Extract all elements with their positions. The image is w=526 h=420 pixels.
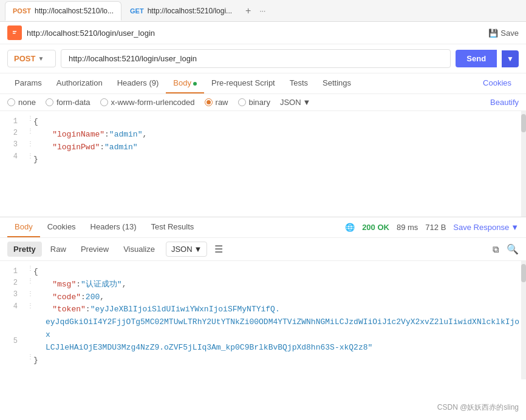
save-icon: 💾	[488, 29, 498, 38]
postman-icon	[7, 25, 22, 40]
response-line-numbers: 1 2 3 4 5	[0, 261, 21, 379]
tab-more-button[interactable]: ···	[259, 7, 265, 15]
code-line-1: ⋮ {	[27, 116, 520, 129]
format-tab-preview[interactable]: Preview	[75, 242, 115, 257]
json-format-label: JSON	[280, 98, 301, 107]
globe-icon: 🌐	[345, 223, 355, 232]
method-chevron-icon: ▼	[38, 55, 44, 62]
resp-line-4a: ⋮ "token": "eyJJeXBlIjoiSldUIiwiYWxnIjoi…	[27, 303, 520, 316]
request-code-content[interactable]: ⋮ { ⋮ "loginName":"admin", ⋮ "loginPwd":…	[21, 111, 526, 217]
radio-binary-circle	[238, 98, 246, 106]
radio-raw-label: raw	[216, 98, 228, 107]
code-line-3: ⋮ "loginPwd":"admin"	[27, 141, 520, 154]
radio-raw-circle	[205, 98, 213, 106]
radio-urlencoded-label: x-www-form-urlencoded	[111, 98, 195, 107]
watermark: CSDN @妖妖西赤的sling	[437, 402, 519, 413]
code-line-4: ⋮ }	[27, 154, 520, 166]
request-editor[interactable]: 1 2 3 4 ⋮ { ⋮ "loginName":"admin", ⋮ "lo…	[0, 111, 526, 217]
radio-raw[interactable]: raw	[205, 98, 228, 107]
tab-bar: POST http://localhost:5210/lo... GET htt…	[0, 0, 526, 22]
body-dot	[193, 82, 197, 86]
search-icon[interactable]: 🔍	[507, 243, 519, 255]
tab-body[interactable]: Body	[166, 73, 204, 93]
format-tabs: Pretty Raw Preview Visualize JSON ▼ ☰ ⧉ …	[0, 238, 526, 261]
response-tab-test-results[interactable]: Test Results	[143, 217, 201, 237]
resp-line-1: ⋮ {	[27, 266, 520, 279]
filter-icon[interactable]: ☰	[214, 243, 223, 255]
response-format-label: JSON	[171, 245, 193, 254]
radio-form-data[interactable]: form-data	[46, 98, 91, 107]
response-size: 712 B	[425, 223, 446, 232]
tab-post[interactable]: POST http://localhost:5210/lo...	[5, 1, 121, 21]
address-bar-row: http://localhost:5210/login/user_login 💾…	[0, 22, 526, 44]
format-tab-pretty[interactable]: Pretty	[7, 242, 42, 257]
status-badge: 200 OK	[362, 223, 389, 232]
method-badge-post: POST	[13, 7, 31, 15]
resp-line-4c: LCJleHAiOjE3MDU3Mzg4NzZ9.oZVF5jLIq3Am_kp…	[27, 342, 520, 354]
tab-headers[interactable]: Headers (9)	[110, 73, 166, 93]
save-label: Save	[500, 29, 519, 38]
tab-settings[interactable]: Settings	[315, 73, 358, 93]
request-line-numbers: 1 2 3 4	[0, 111, 21, 217]
json-format-chevron-icon: ▼	[303, 98, 311, 107]
resp-line-4b: eyJqdGkiOiI4Y2FjjOTg5MC02MTUwLTRhY2UtYTN…	[27, 316, 520, 342]
resp-line-5: ⋮ }	[27, 354, 520, 367]
save-button[interactable]: 💾 Save	[488, 29, 519, 38]
body-options: none form-data x-www-form-urlencoded raw…	[0, 94, 526, 111]
radio-none[interactable]: none	[7, 98, 36, 107]
request-bar: POST ▼ Send ▼	[0, 44, 526, 73]
response-format-select[interactable]: JSON ▼	[166, 242, 208, 257]
tab-tests[interactable]: Tests	[282, 73, 315, 93]
save-response-chevron-icon: ▼	[511, 223, 519, 232]
response-tab-headers[interactable]: Headers (13)	[83, 217, 144, 237]
radio-none-label: none	[18, 98, 36, 107]
radio-urlencoded[interactable]: x-www-form-urlencoded	[100, 98, 195, 107]
save-response-label: Save Response	[453, 223, 509, 232]
new-tab-button[interactable]: +	[241, 3, 256, 19]
resp-line-3: ⋮ "code": 200,	[27, 291, 520, 304]
response-scrollbar-thumb	[521, 264, 526, 282]
radio-form-data-circle	[46, 98, 53, 106]
address-url: http://localhost:5210/login/user_login	[27, 29, 483, 38]
beautify-button[interactable]: Beautify	[490, 98, 519, 107]
radio-none-circle	[7, 98, 15, 106]
format-tab-visualize[interactable]: Visualize	[117, 242, 161, 257]
send-dropdown-button[interactable]: ▼	[502, 50, 519, 67]
response-format-chevron-icon: ▼	[194, 245, 202, 254]
tab-prerequest[interactable]: Pre-request Script	[204, 73, 282, 93]
response-tabs: Body Cookies Headers (13) Test Results 🌐…	[0, 217, 526, 238]
radio-binary-label: binary	[249, 98, 270, 107]
response-tab-cookies[interactable]: Cookies	[40, 217, 83, 237]
url-input[interactable]	[61, 49, 451, 68]
response-scrollbar[interactable]	[521, 261, 526, 379]
method-select[interactable]: POST ▼	[7, 50, 56, 67]
send-button[interactable]: Send	[456, 50, 497, 67]
format-tab-raw[interactable]: Raw	[44, 242, 72, 257]
json-format-select[interactable]: JSON ▼	[280, 98, 311, 107]
tab-authorization[interactable]: Authorization	[49, 73, 110, 93]
nav-tabs: Params Authorization Headers (9) Body Pr…	[0, 73, 526, 94]
response-code-content: ⋮ { ⋮ "msg": "认证成功", ⋮ "code": 200, ⋮ "t…	[21, 261, 526, 379]
copy-icon[interactable]: ⧉	[493, 244, 499, 255]
resp-line-2: ⋮ "msg": "认证成功",	[27, 279, 520, 291]
request-scrollbar[interactable]	[521, 111, 526, 217]
method-value: POST	[14, 54, 35, 63]
tab-cookies[interactable]: Cookies	[476, 73, 519, 93]
code-line-2: ⋮ "loginName":"admin",	[27, 129, 520, 141]
radio-form-data-label: form-data	[56, 98, 91, 107]
response-editor[interactable]: 1 2 3 4 5 ⋮ { ⋮ "msg": "认证成功", ⋮ "code":…	[0, 261, 526, 379]
radio-binary[interactable]: binary	[238, 98, 270, 107]
radio-urlencoded-circle	[100, 98, 108, 106]
response-area: Body Cookies Headers (13) Test Results 🌐…	[0, 217, 526, 379]
tab-post-url: http://localhost:5210/lo...	[35, 7, 114, 15]
tab-params[interactable]: Params	[7, 73, 49, 93]
save-response-button[interactable]: Save Response ▼	[453, 223, 519, 232]
tab-get[interactable]: GET http://localhost:5210/logi...	[123, 1, 239, 21]
method-badge-get: GET	[130, 7, 144, 15]
tab-get-url: http://localhost:5210/logi...	[148, 7, 232, 15]
response-tab-body[interactable]: Body	[7, 217, 40, 237]
response-time: 89 ms	[397, 223, 418, 232]
response-meta: 🌐 200 OK 89 ms 712 B Save Response ▼	[345, 223, 519, 232]
request-scrollbar-thumb	[521, 114, 526, 132]
